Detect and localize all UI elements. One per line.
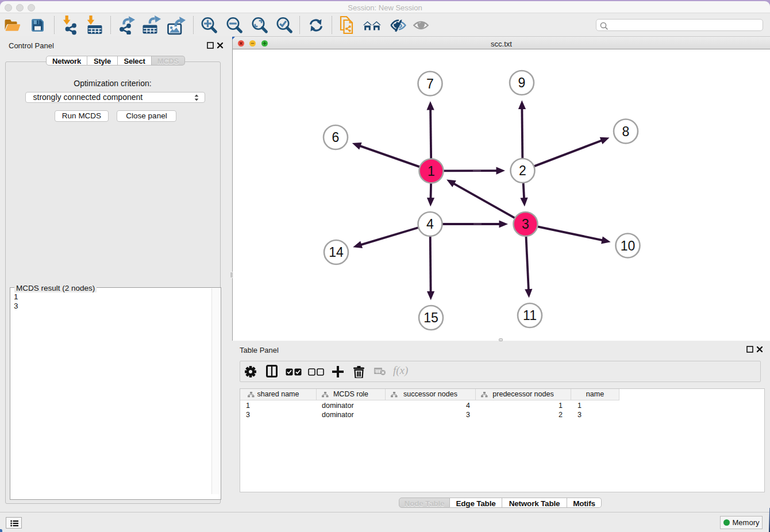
svg-text:4: 4: [426, 217, 434, 232]
svg-text:7: 7: [426, 76, 434, 91]
svg-text:3: 3: [522, 217, 529, 232]
svg-text:8: 8: [622, 124, 630, 139]
svg-text:6: 6: [332, 130, 340, 145]
svg-text:1: 1: [428, 164, 435, 179]
svg-text:15: 15: [424, 310, 438, 325]
svg-text:10: 10: [621, 238, 636, 253]
svg-text:2: 2: [519, 163, 526, 178]
svg-text:9: 9: [518, 75, 526, 90]
svg-text:f(x): f(x): [393, 365, 408, 377]
svg-text:14: 14: [329, 245, 344, 260]
svg-text:11: 11: [523, 308, 537, 323]
